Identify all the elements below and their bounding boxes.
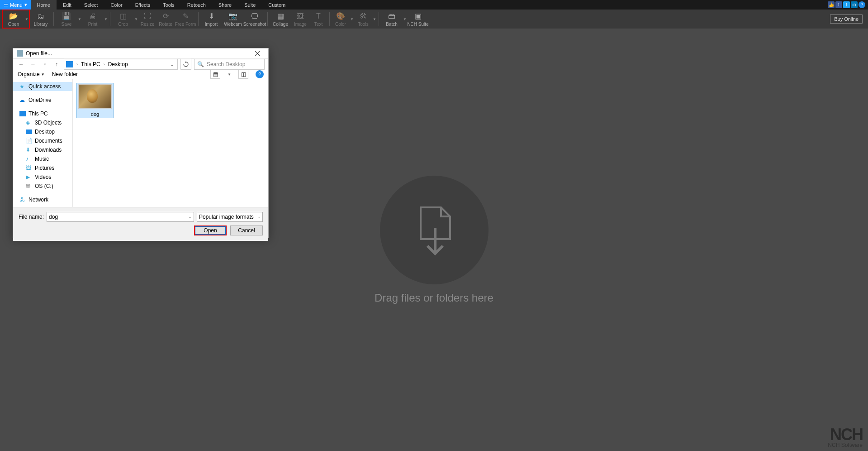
tree-downloads[interactable]: ⬇ Downloads <box>13 145 72 154</box>
dialog-footer: File name: ⌄ Popular image formats ⌄ Ope… <box>13 207 268 241</box>
screenshot-button[interactable]: 🖵 Screenshot <box>244 10 266 29</box>
tree-desktop[interactable]: Desktop <box>13 127 72 136</box>
download-icon: ⬇ <box>26 147 32 153</box>
buy-online-button[interactable]: Buy Online <box>830 14 863 24</box>
menu-share[interactable]: Share <box>212 0 238 10</box>
music-icon: ♪ <box>26 156 32 162</box>
chevron-right-icon[interactable]: › <box>102 62 106 67</box>
organize-button[interactable]: Organize▼ <box>18 71 45 77</box>
nav-back-button[interactable]: ← <box>17 60 26 69</box>
open-file-button[interactable]: Open <box>194 226 227 235</box>
menu-edit[interactable]: Edit <box>57 0 78 10</box>
breadcrumb-thispc[interactable]: This PC <box>81 61 100 67</box>
dialog-help-button[interactable]: ? <box>256 70 264 78</box>
library-icon: 🗂 <box>37 12 44 21</box>
rotate-button[interactable]: ⟳ Rotate <box>157 10 175 29</box>
menu-home[interactable]: Home <box>31 0 57 10</box>
palette-icon: 🎨 <box>336 12 345 21</box>
tree-quick-access[interactable]: ★ Quick access <box>13 82 72 91</box>
menubar: ☰ Menu ▾ Home Edit Select Color Effects … <box>0 0 868 10</box>
view-mode-button[interactable]: ▤ <box>210 70 220 79</box>
tree-documents[interactable]: 📄 Documents <box>13 136 72 145</box>
chevron-right-icon[interactable]: › <box>75 62 79 67</box>
menu-custom[interactable]: Custom <box>262 0 292 10</box>
folder-open-icon: 📂 <box>9 12 18 21</box>
breadcrumb-desktop[interactable]: Desktop <box>108 61 128 67</box>
tree-pictures[interactable]: 🖼 Pictures <box>13 163 72 173</box>
tools-dropdown[interactable]: ▼ <box>372 17 377 21</box>
color-button[interactable]: 🎨 Color <box>332 10 350 29</box>
crop-dropdown[interactable]: ▼ <box>134 17 138 21</box>
save-button[interactable]: 💾 Save <box>56 10 77 29</box>
batch-dropdown[interactable]: ▼ <box>403 17 407 21</box>
filename-dropdown[interactable]: ⌄ <box>188 215 192 219</box>
save-dropdown[interactable]: ▼ <box>77 17 82 21</box>
like-icon[interactable]: 👍 <box>828 1 835 8</box>
cancel-button[interactable]: Cancel <box>230 226 263 235</box>
filename-label: File name: <box>19 214 44 220</box>
batch-icon: 🗃 <box>388 12 395 21</box>
nav-forward-button[interactable]: → <box>28 60 38 69</box>
print-dropdown[interactable]: ▼ <box>104 17 108 21</box>
file-item-dog[interactable]: dog <box>76 83 114 118</box>
open-dropdown[interactable]: ▼ <box>24 17 29 21</box>
preview-pane-button[interactable]: ◫ <box>238 70 248 79</box>
crop-button[interactable]: ◫ Crop <box>112 10 134 29</box>
file-type-filter[interactable]: Popular image formats ⌄ <box>197 212 263 222</box>
menu-select[interactable]: Select <box>78 0 104 10</box>
library-button[interactable]: 🗂 Library <box>30 10 52 29</box>
tree-3d-objects[interactable]: ◈ 3D Objects <box>13 118 72 127</box>
address-dropdown[interactable]: ⌄ <box>168 62 175 67</box>
print-button[interactable]: 🖨 Print <box>82 10 104 29</box>
tree-this-pc[interactable]: This PC <box>13 109 72 118</box>
image-icon: 🖼 <box>297 12 304 21</box>
tree-network[interactable]: 🖧 Network <box>13 195 72 204</box>
tools-button[interactable]: 🛠 Tools <box>354 10 372 29</box>
menu-color[interactable]: Color <box>104 0 128 10</box>
tree-videos[interactable]: ▶ Videos <box>13 173 72 182</box>
close-icon <box>255 51 260 56</box>
chevron-down-icon: ⌄ <box>257 215 261 219</box>
view-dropdown[interactable]: ▼ <box>228 72 231 77</box>
file-list[interactable]: dog <box>73 79 268 207</box>
color-dropdown[interactable]: ▼ <box>350 17 354 21</box>
tree-os-c[interactable]: ⛃ OS (C:) <box>13 182 72 191</box>
chevron-down-icon: ▾ <box>24 2 27 8</box>
print-icon: 🖨 <box>89 12 96 21</box>
resize-button[interactable]: ⛶ Resize <box>138 10 157 29</box>
refresh-button[interactable] <box>180 59 191 70</box>
collage-button[interactable]: ▦ Collage <box>270 10 291 29</box>
network-icon: 🖧 <box>19 197 26 203</box>
main-menu-button[interactable]: ☰ Menu ▾ <box>0 0 31 10</box>
webcam-button[interactable]: 📷 Webcam <box>222 10 244 29</box>
tree-onedrive[interactable]: ☁ OneDrive <box>13 96 72 105</box>
dialog-titlebar[interactable]: Open file... <box>13 48 268 59</box>
import-button[interactable]: ⬇ Import <box>200 10 222 29</box>
nchsuite-button[interactable]: ▣ NCH Suite <box>407 10 429 29</box>
menu-effects[interactable]: Effects <box>129 0 157 10</box>
twitter-icon[interactable]: t <box>843 1 850 8</box>
help-icon[interactable]: ? <box>859 1 865 8</box>
nav-recent-dropdown[interactable]: ▾ <box>40 60 49 69</box>
drive-icon: ⛃ <box>26 183 32 189</box>
filename-input[interactable] <box>49 214 188 220</box>
facebook-icon[interactable]: f <box>835 1 842 8</box>
open-button[interactable]: 📂 Open <box>3 10 24 28</box>
close-button[interactable] <box>250 48 265 58</box>
image-button[interactable]: 🖼 Image <box>291 10 309 29</box>
search-box[interactable]: 🔍 Search Desktop <box>194 59 265 70</box>
desktop-icon <box>26 130 32 134</box>
menu-tools[interactable]: Tools <box>157 0 181 10</box>
pictures-icon: 🖼 <box>26 165 32 171</box>
menu-suite[interactable]: Suite <box>238 0 262 10</box>
hamburger-icon: ☰ <box>4 2 8 8</box>
new-folder-button[interactable]: New folder <box>52 71 78 77</box>
batch-button[interactable]: 🗃 Batch <box>381 10 403 29</box>
address-bar[interactable]: › This PC › Desktop ⌄ <box>64 59 178 70</box>
text-button[interactable]: T Text <box>309 10 327 29</box>
tree-music[interactable]: ♪ Music <box>13 154 72 163</box>
linkedin-icon[interactable]: in <box>851 1 858 8</box>
freeform-button[interactable]: ✎ Free Form <box>175 10 196 29</box>
menu-retouch[interactable]: Retouch <box>181 0 212 10</box>
nav-up-button[interactable]: ↑ <box>52 60 61 69</box>
